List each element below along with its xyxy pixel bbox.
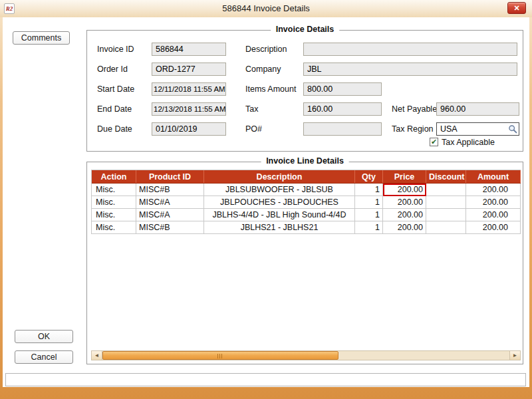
- scroll-right-icon: ►: [513, 352, 518, 358]
- app-icon: R2: [4, 3, 15, 14]
- column-header-qty[interactable]: Qty: [355, 170, 383, 183]
- scroll-left-button[interactable]: ◄: [92, 351, 102, 360]
- column-header-price[interactable]: Price: [383, 170, 426, 183]
- invoice-id-label: Invoice ID: [97, 45, 134, 54]
- cell-description[interactable]: JBLHS-4/4D - JBL High Sound-4/4D: [204, 209, 355, 221]
- client-area: Comments OK Cancel Invoice Details Invoi…: [3, 17, 529, 387]
- table-row[interactable]: Misc. MISC#A JBLPOUCHES - JBLPOUCHES 1 2…: [92, 196, 521, 209]
- start-date-field: 12/11/2018 11:55 AM: [152, 82, 226, 96]
- scrollbar-grip-icon: [217, 354, 223, 358]
- net-payable-field: 960.00: [436, 102, 519, 116]
- tax-field: 160.00: [303, 102, 382, 116]
- tax-label: Tax: [245, 104, 258, 114]
- due-date-field: 01/10/2019: [152, 122, 226, 136]
- column-header-discount[interactable]: Discount: [426, 170, 466, 183]
- ok-button[interactable]: OK: [15, 330, 73, 343]
- cell-discount[interactable]: [426, 196, 466, 209]
- cell-product-id[interactable]: MISC#A: [136, 196, 204, 209]
- horizontal-scrollbar[interactable]: ◄ ►: [91, 350, 521, 360]
- cell-action[interactable]: Misc.: [92, 196, 136, 209]
- table-header-row: Action Product ID Description Qty Price …: [92, 170, 521, 184]
- cell-qty[interactable]: 1: [355, 196, 383, 209]
- order-id-label: Order Id: [97, 65, 128, 74]
- search-icon[interactable]: [508, 124, 517, 134]
- invoice-details-group-title: Invoice Details: [271, 25, 340, 34]
- po-label: PO#: [245, 124, 262, 134]
- company-label: Company: [245, 65, 281, 74]
- invoice-line-details-group-title: Invoice Line Details: [261, 156, 349, 166]
- cell-amount[interactable]: 200.00: [466, 209, 521, 221]
- cell-qty[interactable]: 1: [355, 209, 383, 221]
- cell-action[interactable]: Misc.: [92, 221, 136, 234]
- cell-price[interactable]: 200.00: [383, 209, 426, 221]
- cell-price-selected[interactable]: 200.00: [383, 184, 426, 196]
- invoice-line-details-group: Invoice Line Details Action Product ID D…: [86, 162, 523, 364]
- column-header-amount[interactable]: Amount: [466, 170, 521, 183]
- due-date-label: Due Date: [97, 124, 132, 134]
- cell-description[interactable]: JBLHS21 - JBLHS21: [204, 221, 355, 234]
- cell-amount[interactable]: 200.00: [466, 184, 521, 196]
- cell-amount[interactable]: 200.00: [466, 221, 521, 234]
- cell-action[interactable]: Misc.: [92, 209, 136, 221]
- status-bar: [5, 373, 526, 386]
- cell-discount[interactable]: [426, 221, 466, 234]
- cell-product-id[interactable]: MISC#B: [136, 184, 204, 196]
- cancel-button[interactable]: Cancel: [15, 350, 73, 364]
- cell-price[interactable]: 200.00: [383, 221, 426, 234]
- description-field: [303, 43, 517, 56]
- column-header-description[interactable]: Description: [204, 170, 355, 183]
- scroll-right-button[interactable]: ►: [509, 351, 520, 360]
- scrollbar-thumb[interactable]: [102, 351, 338, 360]
- cell-description[interactable]: JBLPOUCHES - JBLPOUCHES: [204, 196, 355, 209]
- tax-applicable-label: Tax Applicable: [442, 138, 495, 147]
- comments-button[interactable]: Comments: [13, 31, 70, 45]
- cell-product-id[interactable]: MISC#B: [136, 221, 204, 234]
- window-title: 586844 Invoice Details: [0, 0, 532, 17]
- cell-qty[interactable]: 1: [355, 184, 383, 196]
- invoice-details-group: Invoice Details Invoice ID 586844 Order …: [86, 30, 523, 152]
- titlebar: 586844 Invoice Details R2 ✕: [0, 0, 532, 17]
- cell-product-id[interactable]: MISC#A: [136, 209, 204, 221]
- items-amount-field: 800.00: [303, 82, 382, 96]
- cell-description[interactable]: JBLSUBWOOFER - JBLSUB: [204, 184, 355, 196]
- cell-price[interactable]: 200.00: [383, 196, 426, 209]
- scroll-left-icon: ◄: [94, 352, 100, 358]
- tax-applicable-checkbox[interactable]: ✔: [430, 138, 438, 146]
- cell-discount[interactable]: [426, 184, 466, 196]
- tax-region-field[interactable]: USA: [436, 122, 519, 136]
- cell-qty[interactable]: 1: [355, 221, 383, 234]
- table-row[interactable]: Misc. MISC#B JBLSUBWOOFER - JBLSUB 1 200…: [92, 184, 521, 196]
- tax-region-value: USA: [440, 124, 458, 134]
- cell-discount[interactable]: [426, 209, 466, 221]
- cell-amount[interactable]: 200.00: [466, 196, 521, 209]
- column-header-action[interactable]: Action: [92, 170, 136, 183]
- start-date-label: Start Date: [97, 84, 134, 94]
- invoice-id-field: 586844: [152, 43, 226, 56]
- table-row[interactable]: Misc. MISC#A JBLHS-4/4D - JBL High Sound…: [92, 209, 521, 221]
- table-row[interactable]: Misc. MISC#B JBLHS21 - JBLHS21 1 200.00 …: [92, 221, 521, 234]
- company-field: JBL: [303, 63, 517, 76]
- check-icon: ✔: [430, 138, 438, 146]
- close-icon: ✕: [513, 4, 519, 12]
- items-amount-label: Items Amount: [245, 84, 296, 94]
- tax-region-label: Tax Region: [392, 124, 434, 134]
- end-date-field: 12/13/2018 11:55 AM: [152, 102, 226, 116]
- po-field: [303, 122, 382, 136]
- net-payable-label: Net Payable: [392, 104, 437, 114]
- scrollbar-track[interactable]: [102, 351, 509, 360]
- description-label: Description: [245, 45, 287, 54]
- order-id-field: ORD-1277: [152, 63, 226, 76]
- line-items-table: Action Product ID Description Qty Price …: [91, 170, 521, 234]
- invoice-details-window: 586844 Invoice Details R2 ✕ Comments OK …: [0, 0, 532, 399]
- column-header-product-id[interactable]: Product ID: [136, 170, 204, 183]
- cell-action[interactable]: Misc.: [92, 184, 136, 196]
- end-date-label: End Date: [97, 104, 132, 114]
- close-button[interactable]: ✕: [507, 2, 526, 14]
